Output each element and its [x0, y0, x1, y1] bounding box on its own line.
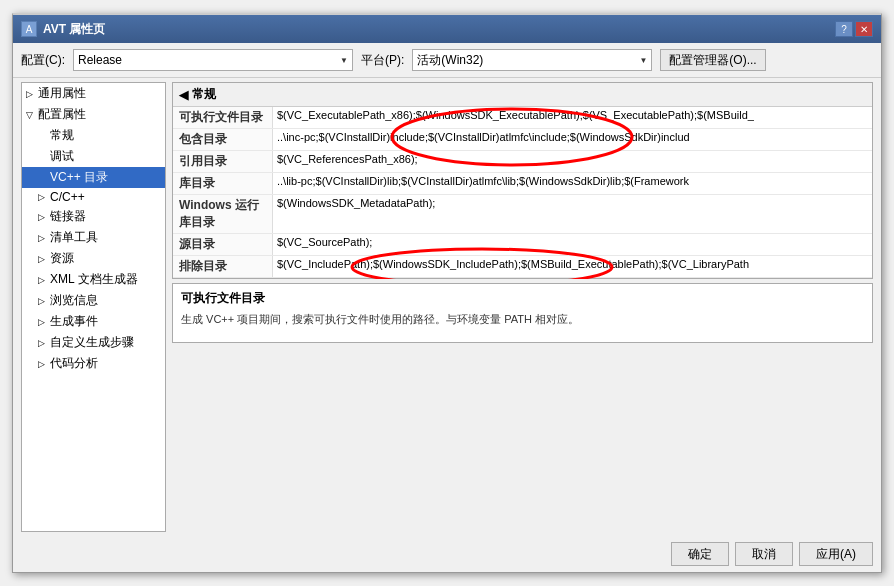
properties-wrapper: ◀ 常规 可执行文件目录 $(VC_ExecutablePath_x86);$(…: [172, 82, 873, 279]
tree-label-common-props: 通用属性: [38, 85, 86, 102]
tree-label-browser: 浏览信息: [50, 292, 98, 309]
tree-arrow-cpp: ▷: [38, 192, 48, 202]
description-title: 可执行文件目录: [181, 290, 864, 307]
tree-arrow-resources: ▷: [38, 254, 48, 264]
prop-value-4[interactable]: $(WindowsSDK_MetadataPath);: [273, 195, 872, 233]
platform-dropdown-value: 活动(Win32): [417, 52, 635, 69]
table-row: 可执行文件目录 $(VC_ExecutablePath_x86);$(Windo…: [173, 107, 872, 129]
prop-name-5: 源目录: [173, 234, 273, 255]
table-row: 源目录 $(VC_SourcePath);: [173, 234, 872, 256]
title-bar: A AVT 属性页 ? ✕: [13, 15, 881, 43]
tree-item-debug[interactable]: 调试: [22, 146, 165, 167]
tree-label-manifest: 清单工具: [50, 229, 98, 246]
config-label: 配置(C):: [21, 52, 65, 69]
prop-name-4: Windows 运行库目录: [173, 195, 273, 233]
tree-label-cpp: C/C++: [50, 190, 85, 204]
tree-label-build-events: 生成事件: [50, 313, 98, 330]
tree-arrow-linker: ▷: [38, 212, 48, 222]
description-area: 可执行文件目录 生成 VC++ 项目期间，搜索可执行文件时使用的路径。与环境变量…: [172, 283, 873, 343]
tree-item-vcpp-dirs[interactable]: VC++ 目录: [22, 167, 165, 188]
properties-area: ◀ 常规 可执行文件目录 $(VC_ExecutablePath_x86);$(…: [172, 82, 873, 279]
tree-arrow-custom-build: ▷: [38, 338, 48, 348]
prop-name-0: 可执行文件目录: [173, 107, 273, 128]
tree-arrow-config-props: ▽: [26, 110, 36, 120]
right-panel: ◀ 常规 可执行文件目录 $(VC_ExecutablePath_x86);$(…: [172, 82, 873, 532]
apply-button[interactable]: 应用(A): [799, 542, 873, 566]
platform-label: 平台(P):: [361, 52, 404, 69]
tree-item-xml-gen[interactable]: ▷XML 文档生成器: [22, 269, 165, 290]
table-row: 库目录 ..\lib-pc;$(VCInstallDir)lib;$(VCIns…: [173, 173, 872, 195]
tree-label-code-analysis: 代码分析: [50, 355, 98, 372]
platform-dropdown[interactable]: 活动(Win32) ▼: [412, 49, 652, 71]
prop-name-1: 包含目录: [173, 129, 273, 150]
tree-item-custom-build[interactable]: ▷自定义生成步骤: [22, 332, 165, 353]
cancel-button[interactable]: 取消: [735, 542, 793, 566]
tree-item-build-events[interactable]: ▷生成事件: [22, 311, 165, 332]
tree-item-general[interactable]: 常规: [22, 125, 165, 146]
tree-item-common-props[interactable]: ▷通用属性: [22, 83, 165, 104]
config-dropdown-value: Release: [78, 53, 336, 67]
tree-item-code-analysis[interactable]: ▷代码分析: [22, 353, 165, 374]
prop-name-3: 库目录: [173, 173, 273, 194]
table-row: Windows 运行库目录 $(WindowsSDK_MetadataPath)…: [173, 195, 872, 234]
table-row: 包含目录 ..\inc-pc;$(VCInstallDir)include;$(…: [173, 129, 872, 151]
tree-item-config-props[interactable]: ▽配置属性: [22, 104, 165, 125]
tree-item-resources[interactable]: ▷资源: [22, 248, 165, 269]
config-dropdown[interactable]: Release ▼: [73, 49, 353, 71]
ok-button[interactable]: 确定: [671, 542, 729, 566]
tree-arrow-code-analysis: ▷: [38, 359, 48, 369]
tree-label-config-props: 配置属性: [38, 106, 86, 123]
prop-value-6[interactable]: $(VC_IncludePath);$(WindowsSDK_IncludePa…: [273, 256, 872, 277]
tree-label-xml-gen: XML 文档生成器: [50, 271, 138, 288]
prop-value-5[interactable]: $(VC_SourcePath);: [273, 234, 872, 255]
tree-arrow-manifest: ▷: [38, 233, 48, 243]
prop-value-3[interactable]: ..\lib-pc;$(VCInstallDir)lib;$(VCInstall…: [273, 173, 872, 194]
prop-value-2[interactable]: $(VC_ReferencesPath_x86);: [273, 151, 872, 172]
config-dropdown-arrow: ▼: [340, 56, 348, 65]
prop-name-6: 排除目录: [173, 256, 273, 277]
platform-dropdown-arrow: ▼: [639, 56, 647, 65]
config-manager-button[interactable]: 配置管理器(O)...: [660, 49, 765, 71]
tree-item-browser[interactable]: ▷浏览信息: [22, 290, 165, 311]
toolbar: 配置(C): Release ▼ 平台(P): 活动(Win32) ▼ 配置管理…: [13, 43, 881, 78]
table-row: 引用目录 $(VC_ReferencesPath_x86);: [173, 151, 872, 173]
dialog-title: AVT 属性页: [43, 21, 105, 38]
tree-arrow-common-props: ▷: [26, 89, 36, 99]
prop-value-1[interactable]: ..\inc-pc;$(VCInstallDir)include;$(VCIns…: [273, 129, 872, 150]
section-arrow: ◀: [179, 88, 188, 102]
section-title: 常规: [192, 86, 216, 103]
tree-label-linker: 链接器: [50, 208, 86, 225]
prop-value-0[interactable]: $(VC_ExecutablePath_x86);$(WindowsSDK_Ex…: [273, 107, 872, 128]
main-dialog: A AVT 属性页 ? ✕ 配置(C): Release ▼ 平台(P): 活动…: [12, 13, 882, 573]
tree-item-manifest[interactable]: ▷清单工具: [22, 227, 165, 248]
section-header: ◀ 常规: [173, 83, 872, 107]
left-panel: ▷通用属性▽配置属性常规调试VC++ 目录▷C/C++▷链接器▷清单工具▷资源▷…: [21, 82, 166, 532]
help-button[interactable]: ?: [835, 21, 853, 37]
tree-label-custom-build: 自定义生成步骤: [50, 334, 134, 351]
bottom-buttons: 确定 取消 应用(A): [13, 536, 881, 572]
tree-label-debug: 调试: [50, 148, 74, 165]
tree-arrow-build-events: ▷: [38, 317, 48, 327]
title-controls: ? ✕: [835, 21, 873, 37]
tree-arrow-xml-gen: ▷: [38, 275, 48, 285]
close-button[interactable]: ✕: [855, 21, 873, 37]
tree-item-cpp[interactable]: ▷C/C++: [22, 188, 165, 206]
table-row: 排除目录 $(VC_IncludePath);$(WindowsSDK_Incl…: [173, 256, 872, 278]
main-content: ▷通用属性▽配置属性常规调试VC++ 目录▷C/C++▷链接器▷清单工具▷资源▷…: [13, 78, 881, 536]
tree-item-linker[interactable]: ▷链接器: [22, 206, 165, 227]
prop-name-2: 引用目录: [173, 151, 273, 172]
tree-label-resources: 资源: [50, 250, 74, 267]
description-text: 生成 VC++ 项目期间，搜索可执行文件时使用的路径。与环境变量 PATH 相对…: [181, 311, 864, 328]
tree-arrow-browser: ▷: [38, 296, 48, 306]
tree-label-vcpp-dirs: VC++ 目录: [50, 169, 108, 186]
title-bar-left: A AVT 属性页: [21, 21, 105, 38]
dialog-icon: A: [21, 21, 37, 37]
tree-label-general: 常规: [50, 127, 74, 144]
